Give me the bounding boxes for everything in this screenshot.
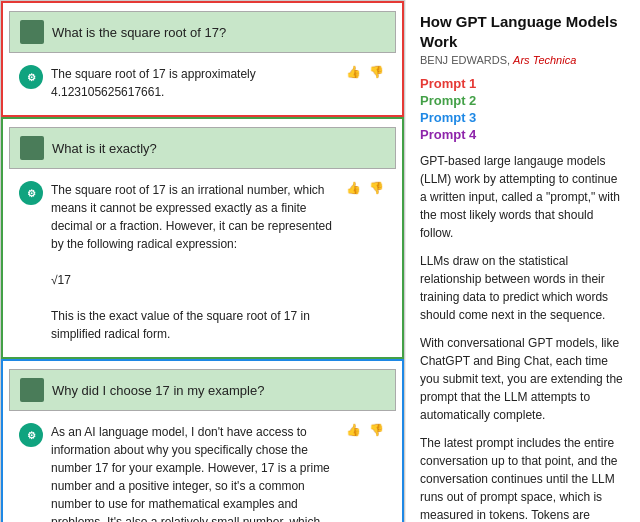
user-icon-1 [20, 20, 44, 44]
ai-message-2: ⚙ The square root of 17 is an irrational… [9, 173, 396, 351]
user-message-text-2: What is it exactly? [52, 141, 157, 156]
byline-source: Ars Technica [513, 54, 576, 66]
ai-icon-1: ⚙ [19, 65, 43, 89]
ai-message-content-3: As an AI language model, I don't have ac… [51, 423, 336, 522]
right-panel: How GPT Language Models Work BENJ EDWARD… [405, 0, 640, 522]
thumbs-down-1[interactable]: 👎 [367, 65, 386, 79]
ai-message-content-1: The square root of 17 is approximately 4… [51, 65, 336, 101]
ai-message-conclusion-2: This is the exact value of the square ro… [51, 309, 310, 341]
user-message-text-3: Why did I choose 17 in my example? [52, 383, 264, 398]
prompt-label-3: Prompt 3 [420, 110, 626, 125]
page-title: How GPT Language Models Work [420, 12, 626, 51]
description-2: LLMs draw on the statistical relationshi… [420, 252, 626, 324]
ai-message-text-2: The square root of 17 is an irrational n… [51, 183, 332, 251]
chat-panel: What is the square root of 17? ⚙ The squ… [0, 0, 405, 522]
chat-section-prompt3: Why did I choose 17 in my example? ⚙ As … [1, 359, 404, 522]
ai-message-1: ⚙ The square root of 17 is approximately… [9, 57, 396, 109]
byline-author: BENJ EDWARDS, [420, 54, 510, 66]
user-message-1: What is the square root of 17? [9, 11, 396, 53]
user-icon-2 [20, 136, 44, 160]
ai-message-formula-2: √17 [51, 273, 71, 287]
thumbs-down-3[interactable]: 👎 [367, 423, 386, 437]
thumbs-down-2[interactable]: 👎 [367, 181, 386, 195]
ai-message-content-2: The square root of 17 is an irrational n… [51, 181, 336, 343]
thumbs-up-3[interactable]: 👍 [344, 423, 363, 437]
description-4: The latest prompt includes the entire co… [420, 434, 626, 522]
prompt-labels: Prompt 1 Prompt 2 Prompt 3 Prompt 4 [420, 76, 626, 142]
thumbs-up-2[interactable]: 👍 [344, 181, 363, 195]
ai-message-actions-2: 👍 👎 [344, 181, 386, 195]
user-message-text-1: What is the square root of 17? [52, 25, 226, 40]
description-1: GPT-based large langauge models (LLM) wo… [420, 152, 626, 242]
prompt-label-4: Prompt 4 [420, 127, 626, 142]
ai-icon-2: ⚙ [19, 181, 43, 205]
chat-section-prompt1: What is the square root of 17? ⚙ The squ… [1, 1, 404, 117]
chat-section-prompt2: What is it exactly? ⚙ The square root of… [1, 117, 404, 359]
prompt-label-1: Prompt 1 [420, 76, 626, 91]
description-3: With conversational GPT models, like Cha… [420, 334, 626, 424]
prompt-label-2: Prompt 2 [420, 93, 626, 108]
user-icon-3 [20, 378, 44, 402]
ai-message-actions-1: 👍 👎 [344, 65, 386, 79]
thumbs-up-1[interactable]: 👍 [344, 65, 363, 79]
ai-icon-3: ⚙ [19, 423, 43, 447]
ai-message-3: ⚙ As an AI language model, I don't have … [9, 415, 396, 522]
ai-message-actions-3: 👍 👎 [344, 423, 386, 437]
user-message-3: Why did I choose 17 in my example? [9, 369, 396, 411]
user-message-2: What is it exactly? [9, 127, 396, 169]
byline: BENJ EDWARDS, Ars Technica [420, 54, 626, 66]
